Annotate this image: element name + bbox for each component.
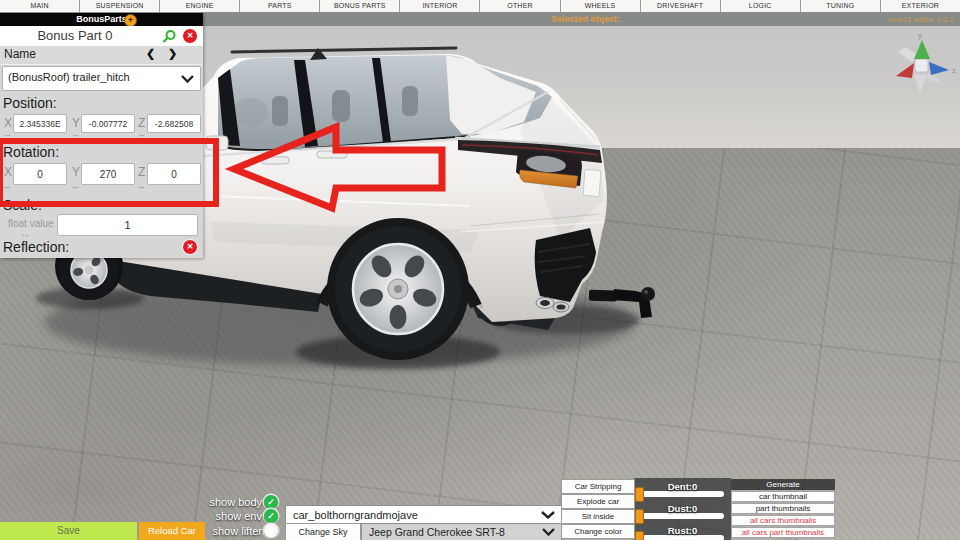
explode-car-button[interactable]: Explode car: [561, 494, 635, 509]
tab-interior[interactable]: INTERIOR: [400, 0, 480, 13]
search-icon[interactable]: [162, 29, 177, 44]
remove-reflection-icon[interactable]: ✕: [183, 240, 197, 254]
dent-slider-handle[interactable]: [635, 487, 644, 502]
panel-title: BonusParts: [0, 13, 203, 26]
part-thumbnails-button[interactable]: part thumbnails: [731, 503, 835, 514]
show-lifter-toggle[interactable]: [264, 524, 278, 538]
gizmo-y-label: y: [918, 31, 922, 40]
axis-z-label: Z: [138, 116, 145, 130]
part-select-value: (BonusRoof) trailer_hitch: [8, 71, 130, 83]
drag-z-icon[interactable]: ↔: [137, 129, 146, 139]
car-thumbnail-button[interactable]: car thumbnail: [731, 491, 835, 502]
rust-slider-label: Rust:0: [634, 525, 731, 536]
car-select-value: Jeep Grand Cherokee SRT-8: [369, 526, 505, 538]
rotation-z-group: Z ↔: [138, 163, 202, 193]
tab-exterior[interactable]: EXTERIOR: [881, 0, 960, 13]
tab-other[interactable]: OTHER: [480, 0, 560, 13]
tab-bonus-parts[interactable]: BONUS PARTS: [320, 0, 400, 13]
gizmo-x-axis: [896, 63, 914, 78]
tab-engine[interactable]: ENGINE: [160, 0, 240, 13]
scale-label: Scale:: [3, 197, 42, 213]
save-button[interactable]: Save: [0, 522, 137, 540]
rotation-label: Rotation:: [3, 144, 59, 160]
axis-y-label: Y: [72, 165, 80, 179]
drag-z-icon[interactable]: ↔: [137, 181, 146, 191]
chevron-down-icon: [181, 75, 194, 83]
position-x-group: X ↔: [4, 114, 68, 142]
scale-drag-icon[interactable]: ↔: [20, 228, 30, 239]
tab-driveshaft[interactable]: DRIVESHAFT: [641, 0, 721, 13]
tab-logic[interactable]: LOGIC: [721, 0, 801, 13]
tab-parts[interactable]: PARTS: [240, 0, 320, 13]
panel-header: BonusParts +: [0, 13, 203, 26]
all-cars-thumbnails-button[interactable]: all cars thumbnails: [731, 515, 835, 526]
rotation-y-input[interactable]: [81, 163, 135, 185]
sit-inside-button[interactable]: Sit inside: [561, 509, 635, 524]
all-cars-part-thumbnails-button[interactable]: all cars part thumbnails: [731, 527, 835, 538]
scale-input[interactable]: [57, 214, 198, 236]
reload-car-button[interactable]: Reload Car: [139, 522, 205, 540]
show-env-toggle[interactable]: ✓: [264, 509, 278, 523]
selected-object-label: Selected object:: [551, 13, 620, 26]
axis-x-label: X: [4, 116, 12, 130]
name-label: Name: [4, 47, 36, 61]
dust-slider-handle[interactable]: [635, 509, 644, 524]
position-y-input[interactable]: [81, 114, 135, 133]
axis-x-label: X: [4, 165, 12, 179]
position-x-input[interactable]: [13, 114, 67, 133]
reflection-label: Reflection:: [3, 239, 69, 255]
part-title-row: Bonus Part 0 ✕: [0, 26, 203, 47]
cms21-editor-window: y z MAIN SUSPENSION ENGINE PARTS BONUS P…: [0, 0, 960, 540]
editor-version: cms21 editor 1.0.2: [888, 13, 954, 26]
top-menu-bar: MAIN SUSPENSION ENGINE PARTS BONUS PARTS…: [0, 0, 960, 13]
prev-part-arrow[interactable]: ❮: [146, 47, 155, 60]
car-select-dropdown[interactable]: Jeep Grand Cherokee SRT-8: [361, 523, 562, 540]
gizmo-y-axis: [914, 40, 930, 59]
chevron-down-icon: [542, 528, 555, 536]
position-y-group: Y ↔: [72, 114, 136, 142]
drag-y-icon[interactable]: ↔: [71, 129, 80, 139]
tab-tuning[interactable]: TUNING: [801, 0, 881, 13]
rotation-y-group: Y ↔: [72, 163, 136, 193]
scale-hint: float value: [8, 218, 54, 229]
next-part-arrow[interactable]: ❯: [168, 47, 177, 60]
tab-main[interactable]: MAIN: [0, 0, 80, 13]
drag-y-icon[interactable]: ↔: [71, 181, 80, 191]
position-z-input[interactable]: [147, 114, 201, 133]
axis-z-label: Z: [138, 165, 145, 179]
dent-slider-label: Dent:0: [634, 481, 731, 492]
rust-slider-handle[interactable]: [635, 531, 644, 540]
rotation-z-input[interactable]: [147, 163, 201, 185]
show-body-label: show body: [132, 496, 262, 508]
gizmo-z-label: z: [952, 66, 956, 75]
generate-header: Generate: [731, 479, 835, 490]
generate-panel: Generate car thumbnail part thumbnails a…: [731, 479, 835, 538]
name-row: Name ❮ ❯: [0, 46, 203, 65]
axis-y-label: Y: [72, 116, 80, 130]
drag-x-icon[interactable]: ↔: [3, 181, 12, 191]
position-z-group: Z ↔: [138, 114, 202, 142]
show-env-label: show env: [132, 510, 262, 522]
remove-part-icon[interactable]: ✕: [183, 29, 197, 43]
environment-dropdown-value: car_bolthorngrandmojave: [293, 509, 418, 521]
bonus-parts-panel: BonusParts + Bonus Part 0 ✕ Name ❮ ❯ (Bo…: [0, 13, 203, 258]
rotation-x-input[interactable]: [13, 163, 67, 185]
car-stripping-button[interactable]: Car Stripping: [561, 479, 635, 494]
environment-dropdown[interactable]: car_bolthorngrandmojave: [285, 505, 562, 524]
change-sky-button[interactable]: Change Sky: [285, 523, 361, 540]
show-body-toggle[interactable]: ✓: [264, 495, 278, 509]
part-select-dropdown[interactable]: (BonusRoof) trailer_hitch: [2, 66, 201, 91]
change-color-button[interactable]: Change color: [561, 524, 635, 539]
tab-wheels[interactable]: WHEELS: [561, 0, 641, 13]
dust-slider-label: Dust:0: [634, 503, 731, 514]
chevron-down-icon: [541, 511, 555, 519]
gizmo-z-axis: [929, 62, 949, 75]
tab-suspension[interactable]: SUSPENSION: [80, 0, 160, 13]
drag-x-icon[interactable]: ↔: [3, 129, 12, 139]
position-label: Position:: [3, 95, 57, 111]
part-title: Bonus Part 0: [0, 26, 150, 46]
rotation-x-group: X ↔: [4, 163, 68, 193]
